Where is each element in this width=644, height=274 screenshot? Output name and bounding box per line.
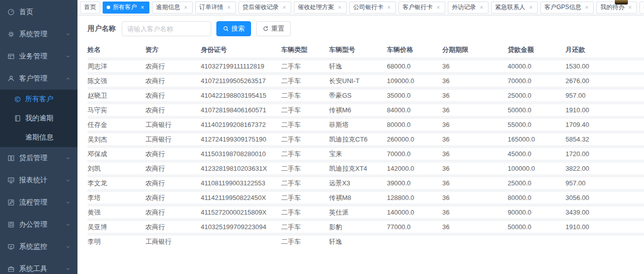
cell-funder: 农商行 <box>145 160 201 174</box>
cell-vehicle_type: 二手车 <box>281 87 329 101</box>
sidebar-item-office[interactable]: 办公管理 <box>0 214 77 236</box>
cell-id_no: 41142119950822450X <box>201 189 281 203</box>
table-row: 吴刘杰工商银行412724199309175190二手车凯迪拉克CT626000… <box>88 130 644 145</box>
cell-id_no: 410721199505263517 <box>201 72 281 87</box>
tab-10[interactable]: 客户GPS信息× <box>540 2 594 14</box>
monitor-icon <box>7 243 15 251</box>
tab-close-icon[interactable]: × <box>281 5 287 11</box>
table-row: 刘凯农商行41232819810203631X二手车凯迪拉克XT4142000.… <box>88 160 644 174</box>
tab-2[interactable]: 逾期信息× <box>152 2 193 14</box>
cell-monthly: 3056.00 <box>566 189 623 203</box>
tab-close-icon[interactable]: × <box>627 5 633 11</box>
table-icon <box>7 52 15 60</box>
sidebar-item-home[interactable]: 首页 <box>0 1 77 23</box>
search-form: 用户名称 搜索 重置 <box>88 21 634 36</box>
cell-id_no: 410327199111112819 <box>201 57 281 72</box>
tab-0[interactable]: 首页 <box>80 2 100 14</box>
dashboard-icon <box>7 8 15 16</box>
main-area: 首页所有客户×逾期信息×订单详情×贷后催收记录×催收处理方案×公司银行卡×客户银… <box>77 0 644 274</box>
sidebar-item-customers[interactable]: 客户管理 <box>0 67 77 90</box>
cell-price: 68000.0 <box>387 57 442 72</box>
cell-vehicle_type: 二手车 <box>281 116 329 130</box>
search-button[interactable]: 搜索 <box>216 21 251 36</box>
tab-close-icon[interactable]: × <box>337 5 343 11</box>
tab-label: 所有客户 <box>113 3 137 12</box>
tab-close-icon[interactable]: × <box>478 5 485 11</box>
tab-close-icon[interactable]: × <box>386 5 392 11</box>
cell-funder: 农商行 <box>145 87 201 101</box>
flow-icon <box>7 198 15 207</box>
tab-9[interactable]: 紧急联系人× <box>491 2 538 14</box>
tab-5[interactable]: 催收处理方案× <box>294 2 347 14</box>
table-row: 李文龙农商行411081199003122553二手车远景X339000.036… <box>88 174 644 189</box>
tab-7[interactable]: 客户银行卡× <box>398 2 445 14</box>
reset-button[interactable]: 重置 <box>256 21 291 36</box>
cell-monthly: 1709.40 <box>566 116 623 130</box>
table-row: 赵晓卫农商行410422198803195415二手车帝豪GS35000.036… <box>88 87 644 101</box>
sidebar-item-monitoring[interactable]: 系统监控 <box>0 236 77 258</box>
tab-close-icon[interactable]: × <box>528 5 534 11</box>
sidebar-item-business[interactable]: 业务管理 <box>0 45 77 67</box>
cell-model: 英仕派 <box>329 203 387 218</box>
sidebar-item-overdue-info[interactable]: 逾期信息 <box>0 128 77 147</box>
cell-model: 影豹 <box>329 218 387 233</box>
tab-4[interactable]: 贷后催收记录× <box>238 2 291 14</box>
sidebar-item-tools[interactable]: 系统工具 <box>0 258 77 274</box>
sidebar-item-label: 所有客户 <box>25 95 70 104</box>
avatar-partial <box>615 0 628 5</box>
cell-vehicle_type: 二手车 <box>281 101 329 116</box>
table-row: 黄强农商行41152720000215809X二手车英仕派140000.0369… <box>88 203 644 218</box>
column-header: 贷款金额 <box>508 42 566 57</box>
column-header: 操作 <box>623 42 644 57</box>
tab-close-icon[interactable]: × <box>435 5 441 11</box>
table-row: 邓保成农商行411503198708280010二手车宝来70000.03645… <box>88 145 644 160</box>
username-label: 用户名称 <box>88 24 116 33</box>
cell-term: 36 <box>442 218 508 233</box>
sidebar-item-my-overdue[interactable]: 我的逾期 <box>0 109 77 128</box>
cell-price <box>387 233 442 247</box>
cell-price: 35000.0 <box>387 87 442 101</box>
column-header: 姓名 <box>88 42 145 57</box>
tab-6[interactable]: 公司银行卡× <box>349 2 396 14</box>
cell-vehicle_type: 二手车 <box>281 189 329 203</box>
sidebar-item-reports[interactable]: 报表统计 <box>0 169 77 191</box>
cell-monthly <box>566 233 623 247</box>
search-button-label: 搜索 <box>231 24 245 33</box>
customers-table: 姓名资方身份证号车辆类型车辆型号车辆价格分期期限贷款金额月还款操作 周志洋农商行… <box>88 42 644 247</box>
cell-name: 吴亚博 <box>88 218 145 233</box>
sidebar-item-label: 逾期信息 <box>25 133 70 142</box>
sidebar-item-system[interactable]: 系统管理 <box>0 23 77 45</box>
chevron-down-icon <box>65 178 70 183</box>
chevron-down-icon <box>65 244 70 249</box>
tab-close-icon[interactable]: × <box>139 5 145 11</box>
cell-loan: 90000.0 <box>508 203 566 218</box>
sidebar-item-post-loan[interactable]: 贷后管理 <box>0 147 77 169</box>
tab-1[interactable]: 所有客户× <box>103 2 149 14</box>
sidebar-item-all-customers[interactable]: 所有客户 <box>0 90 77 109</box>
cell-name: 陈文强 <box>88 72 145 87</box>
cell-price: 77000.0 <box>387 218 442 233</box>
sidebar-item-process[interactable]: 流程管理 <box>0 191 77 214</box>
tab-close-icon[interactable]: × <box>226 5 232 11</box>
office-icon <box>7 221 15 229</box>
column-header: 车辆类型 <box>281 42 329 57</box>
sidebar-item-label: 业务管理 <box>19 52 65 61</box>
tab-12[interactable]: 我的流程× <box>639 2 644 14</box>
tab-8[interactable]: 外访记录× <box>448 2 489 14</box>
tab-close-icon[interactable]: × <box>183 5 189 11</box>
spacer <box>14 133 21 142</box>
cell-funder: 农商行 <box>145 189 201 203</box>
chevron-up-icon <box>65 76 70 81</box>
cell-name: 任存金 <box>88 116 145 130</box>
cell-price: 142000.0 <box>387 160 442 174</box>
chevron-down-icon <box>65 54 70 59</box>
cell-monthly: 3822.00 <box>566 160 623 174</box>
cell-model: 帝豪GS <box>329 87 387 101</box>
customer-name-input[interactable] <box>122 21 211 36</box>
sidebar-item-label: 贷后管理 <box>19 154 65 163</box>
tab-3[interactable]: 订单详情× <box>195 2 236 14</box>
cell-funder: 工商银行 <box>145 130 201 145</box>
cell-term: 36 <box>442 87 508 101</box>
chart-icon <box>7 176 15 184</box>
tab-close-icon[interactable]: × <box>584 5 590 11</box>
